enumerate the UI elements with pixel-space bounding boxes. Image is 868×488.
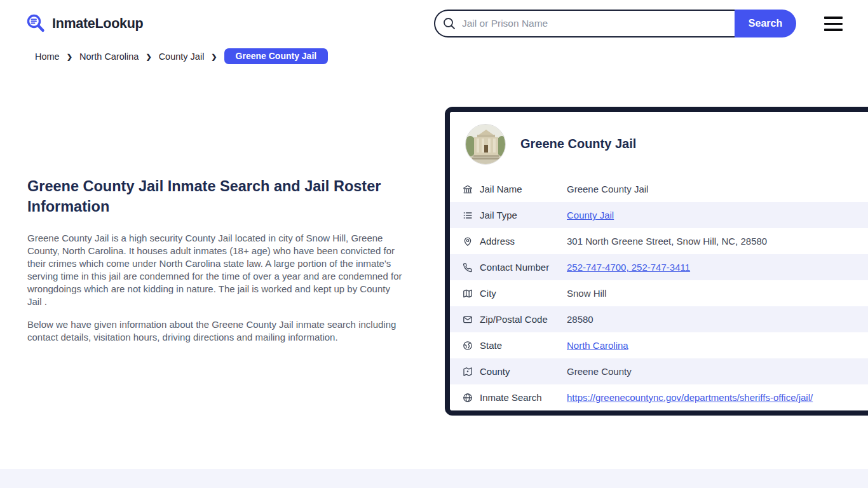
table-row: Contact Number 252-747-4700, 252-747-341… xyxy=(450,254,868,280)
page-title: Greene County Jail Inmate Search and Jai… xyxy=(27,176,403,217)
table-row: Inmate Search https://greenecountync.gov… xyxy=(450,384,868,410)
chevron-right-icon: ❯ xyxy=(146,53,151,61)
row-label: Contact Number xyxy=(480,262,567,273)
map-pin-icon xyxy=(463,236,473,247)
row-label: Jail Type xyxy=(480,210,567,220)
chevron-right-icon: ❯ xyxy=(211,53,217,61)
table-row: Zip/Postal Code 28580 xyxy=(450,306,868,332)
chevron-right-icon: ❯ xyxy=(67,53,72,61)
menu-hamburger-icon[interactable] xyxy=(824,17,843,31)
search-icon xyxy=(442,17,456,30)
breadcrumb-current-badge: Greene County Jail xyxy=(224,48,329,64)
contact-number-link[interactable]: 252-747-4700, 252-747-3411 xyxy=(567,262,690,273)
city-value: Snow Hill xyxy=(567,288,607,299)
search-button[interactable]: Search xyxy=(735,10,796,37)
breadcrumb: Home ❯ North Carolina ❯ County Jail ❯ Gr… xyxy=(35,48,328,64)
state-link[interactable]: North Carolina xyxy=(567,340,628,351)
county-map-icon xyxy=(463,367,473,377)
table-row: State North Carolina xyxy=(450,332,868,358)
row-label: State xyxy=(480,340,567,351)
list-icon xyxy=(463,210,473,220)
brand-logo[interactable]: InmateLookup xyxy=(25,13,143,34)
search-bar: Search xyxy=(434,10,796,37)
article-paragraph: Greene County Jail is a high security Co… xyxy=(27,232,403,308)
row-label: Inmate Search xyxy=(480,392,567,403)
zip-value: 28580 xyxy=(567,314,593,325)
jail-photo-avatar xyxy=(465,124,506,165)
row-label: Address xyxy=(480,236,567,247)
jail-type-link[interactable]: County Jail xyxy=(567,210,614,220)
table-row: City Snow Hill xyxy=(450,280,868,306)
breadcrumb-state[interactable]: North Carolina xyxy=(79,51,139,62)
breadcrumb-home[interactable]: Home xyxy=(35,51,60,62)
row-label: County xyxy=(480,366,567,377)
globe-icon xyxy=(463,341,473,351)
jail-card-title: Greene County Jail xyxy=(520,137,636,151)
table-row: County Greene County xyxy=(450,358,868,384)
table-row: Jail Type County Jail xyxy=(450,202,868,228)
address-value: 301 North Greene Street, Snow Hill, NC, … xyxy=(567,236,767,247)
search-input[interactable] xyxy=(434,10,735,37)
map-icon xyxy=(463,288,473,299)
brand-name: InmateLookup xyxy=(52,16,143,32)
article: Greene County Jail Inmate Search and Jai… xyxy=(27,176,403,354)
envelope-icon xyxy=(463,315,473,325)
county-value: Greene County xyxy=(567,366,632,377)
table-row: Jail Name Greene County Jail xyxy=(450,176,868,202)
row-label: Zip/Postal Code xyxy=(480,314,567,325)
magnifier-logo-icon xyxy=(25,13,46,34)
phone-icon xyxy=(463,262,473,273)
article-paragraph: Below we have given information about th… xyxy=(27,318,403,344)
globe-grid-icon xyxy=(463,393,473,403)
bank-icon xyxy=(463,184,473,194)
jail-info-card: Greene County Jail Jail Name Greene Coun… xyxy=(445,107,868,416)
jail-name-value: Greene County Jail xyxy=(567,184,648,194)
row-label: City xyxy=(480,288,567,299)
row-label: Jail Name xyxy=(480,184,567,194)
inmate-search-link[interactable]: https://greenecountync.gov/departments/s… xyxy=(567,392,813,403)
breadcrumb-jail-type[interactable]: County Jail xyxy=(159,51,205,62)
footer-band xyxy=(0,469,868,488)
table-row: Address 301 North Greene Street, Snow Hi… xyxy=(450,228,868,254)
